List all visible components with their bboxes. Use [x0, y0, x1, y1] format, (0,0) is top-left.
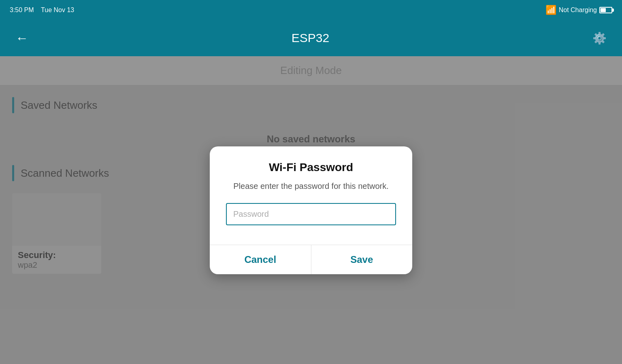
- main-content: Editing Mode Saved Networks No saved net…: [0, 56, 622, 364]
- back-icon: ←: [15, 31, 28, 45]
- battery-fill: [601, 8, 606, 12]
- not-charging-label: Not Charging: [559, 6, 597, 14]
- status-bar: 3:50 PM Tue Nov 13 📶 Not Charging: [0, 0, 622, 20]
- status-time-date: 3:50 PM Tue Nov 13: [10, 6, 74, 14]
- wifi-password-dialog: Wi-Fi Password Please enter the password…: [210, 146, 412, 274]
- app-bar: ← ESP32 ⚙️: [0, 20, 622, 56]
- save-button[interactable]: Save: [311, 245, 413, 274]
- battery-icon: [599, 7, 612, 13]
- dialog-content: Wi-Fi Password Please enter the password…: [210, 146, 412, 233]
- dialog-description: Please enter the password for this netwo…: [226, 180, 396, 192]
- cancel-button[interactable]: Cancel: [210, 245, 311, 274]
- app-title: ESP32: [292, 31, 329, 45]
- wifi-icon: 📶: [545, 5, 556, 15]
- debug-icon: ⚙️: [592, 32, 607, 44]
- debug-button[interactable]: ⚙️: [589, 28, 610, 48]
- status-date: Tue Nov 13: [41, 6, 74, 13]
- back-button[interactable]: ←: [12, 28, 32, 49]
- status-time: 3:50 PM: [10, 6, 34, 13]
- dialog-title: Wi-Fi Password: [226, 161, 396, 174]
- dialog-buttons: Cancel Save: [210, 245, 412, 274]
- status-right: 📶 Not Charging: [545, 5, 612, 15]
- dialog-overlay: Wi-Fi Password Please enter the password…: [0, 56, 622, 364]
- password-input[interactable]: [226, 203, 396, 225]
